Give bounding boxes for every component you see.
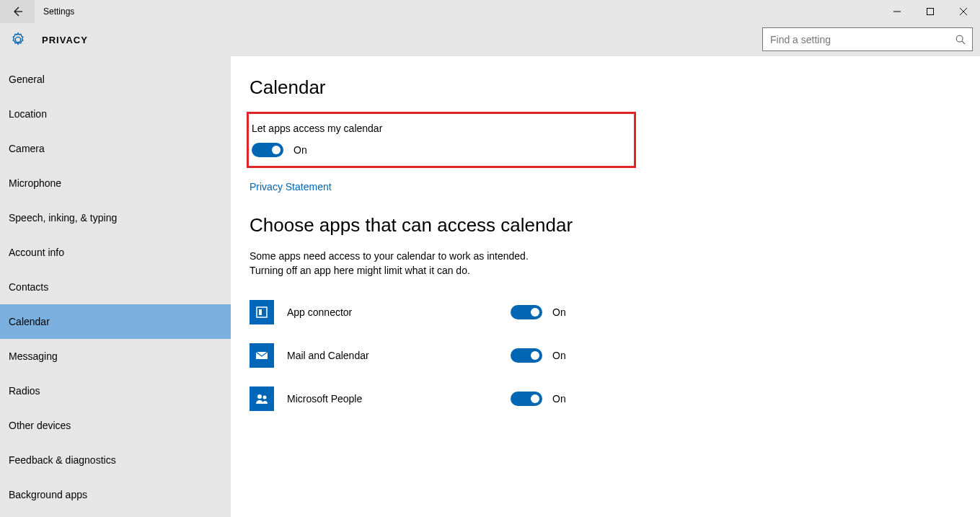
sidebar-item-label: Feedback & diagnostics [9, 454, 116, 466]
sidebar-item-microphone[interactable]: Microphone [0, 166, 231, 200]
sidebar-item-label: Radios [9, 385, 40, 397]
sidebar-item-label: Camera [9, 143, 45, 154]
app-connector-toggle[interactable] [511, 305, 542, 319]
privacy-statement-link[interactable]: Privacy Statement [250, 181, 332, 193]
desc-line-2: Turning off an app here might limit what… [250, 265, 470, 276]
sidebar-item-label: Microphone [9, 177, 61, 189]
sidebar-item-account-info[interactable]: Account info [0, 235, 231, 270]
app-name: App connector [287, 306, 511, 318]
master-toggle[interactable] [252, 143, 283, 157]
close-button[interactable] [947, 0, 980, 23]
minimize-button[interactable] [880, 0, 914, 23]
mail-icon [250, 343, 274, 368]
people-toggle[interactable] [511, 392, 542, 406]
toggle-knob [272, 146, 281, 154]
sidebar-item-other-devices[interactable]: Other devices [0, 408, 231, 443]
svg-rect-0 [927, 9, 934, 15]
apps-section-description: Some apps need access to your calendar t… [250, 249, 980, 278]
header: PRIVACY [0, 23, 980, 56]
sidebar-item-label: Background apps [9, 489, 87, 500]
close-icon [960, 8, 967, 15]
window-title: Settings [43, 6, 74, 17]
content: Calendar Let apps access my calendar On … [231, 56, 980, 517]
sidebar-item-feedback[interactable]: Feedback & diagnostics [0, 443, 231, 477]
sidebar-item-contacts[interactable]: Contacts [0, 270, 231, 304]
apps-section-heading: Choose apps that can access calendar [250, 214, 980, 237]
sidebar-item-radios[interactable]: Radios [0, 374, 231, 408]
app-name: Mail and Calendar [287, 350, 511, 361]
sidebar-item-label: Location [9, 108, 47, 120]
caption-buttons [880, 0, 980, 23]
app-toggle-state: On [552, 393, 566, 405]
sidebar-item-label: Calendar [9, 316, 50, 327]
svg-rect-3 [259, 309, 262, 315]
back-button[interactable] [0, 0, 35, 23]
app-row-mail: Mail and Calendar On [250, 334, 980, 377]
mail-toggle[interactable] [511, 348, 542, 363]
header-label: PRIVACY [42, 35, 88, 45]
sidebar-item-location[interactable]: Location [0, 97, 231, 131]
toggle-knob [531, 308, 539, 317]
svg-point-6 [263, 396, 267, 399]
svg-point-1 [956, 35, 963, 42]
page-title: Calendar [250, 76, 980, 99]
svg-point-5 [257, 394, 262, 399]
app-row-people: Microsoft People On [250, 377, 980, 420]
sidebar-item-background-apps[interactable]: Background apps [0, 477, 231, 512]
highlight-box: Let apps access my calendar On [247, 112, 636, 168]
toggle-knob [531, 394, 539, 403]
gear-icon [10, 32, 26, 48]
sidebar: General Location Camera Microphone Speec… [0, 56, 231, 517]
app-connector-icon [250, 300, 274, 324]
search-icon [949, 35, 972, 45]
sidebar-item-messaging[interactable]: Messaging [0, 339, 231, 374]
app-toggle-state: On [552, 306, 566, 318]
search-input[interactable] [763, 34, 949, 45]
toggle-knob [531, 351, 539, 360]
sidebar-item-calendar[interactable]: Calendar [0, 304, 231, 339]
app-row-connector: App connector On [250, 291, 980, 334]
people-icon [250, 386, 274, 411]
sidebar-item-speech[interactable]: Speech, inking, & typing [0, 200, 231, 235]
back-arrow-icon [12, 6, 23, 17]
sidebar-item-label: Other devices [9, 420, 71, 431]
master-toggle-label: Let apps access my calendar [252, 123, 634, 134]
titlebar: Settings [0, 0, 980, 23]
desc-line-1: Some apps need access to your calendar t… [250, 250, 529, 262]
search-box[interactable] [762, 27, 973, 51]
maximize-icon [927, 8, 934, 15]
sidebar-item-label: Messaging [9, 350, 58, 362]
app-toggle-state: On [552, 350, 566, 361]
sidebar-item-label: General [9, 74, 45, 85]
sidebar-item-camera[interactable]: Camera [0, 131, 231, 166]
sidebar-item-general[interactable]: General [0, 62, 231, 97]
maximize-button[interactable] [914, 0, 947, 23]
sidebar-item-label: Speech, inking, & typing [9, 212, 117, 224]
master-toggle-state: On [293, 144, 307, 156]
minimize-icon [893, 8, 901, 15]
sidebar-item-label: Contacts [9, 281, 48, 293]
app-name: Microsoft People [287, 393, 511, 405]
sidebar-item-label: Account info [9, 247, 64, 258]
